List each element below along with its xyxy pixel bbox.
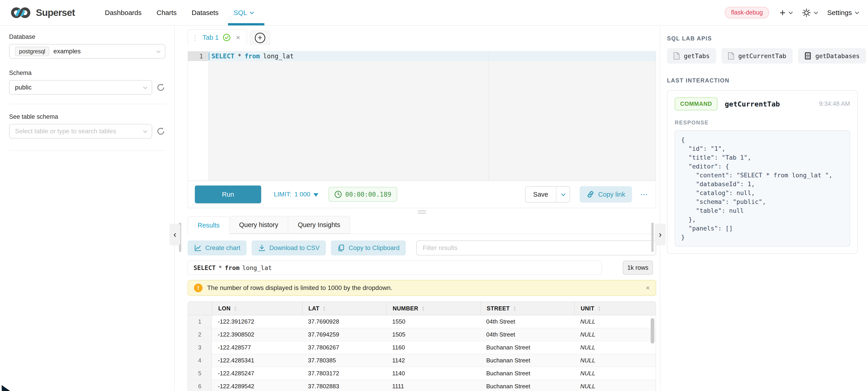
editor-tab-title: Tab 1: [203, 34, 219, 41]
table-row[interactable]: 4 -122.4285341 37.780385 1142 Buchanan S…: [188, 354, 656, 367]
sort-icon[interactable]: ▲▼: [322, 305, 326, 311]
nav-datasets[interactable]: Datasets: [192, 9, 218, 17]
table-row[interactable]: 3 -122.428577 37.7806267 1160 Buchanan S…: [188, 341, 656, 354]
superset-logo[interactable]: Superset: [10, 6, 75, 19]
database-select[interactable]: postgresql examples: [9, 44, 165, 59]
query-preview: SELECT * from long_lat: [188, 260, 602, 275]
settings-menu[interactable]: Settings: [827, 9, 858, 17]
collapse-sidebar-button[interactable]: ‹: [169, 224, 180, 246]
warning-icon: !: [194, 284, 203, 292]
copy-clipboard-label: Copy to Clipboard: [349, 244, 400, 252]
document-icon: [673, 52, 680, 60]
download-csv-button[interactable]: Download to CSV: [252, 240, 326, 255]
theme-toggle-button[interactable]: [802, 8, 817, 17]
cell-unit: NULL: [575, 328, 656, 341]
document-icon: [728, 52, 734, 60]
api-button-label: getDatabases: [815, 53, 860, 60]
close-tab-icon[interactable]: ×: [236, 33, 240, 42]
column-header-unit[interactable]: UNIT ▲▼: [575, 302, 656, 315]
navbar: Superset Dashboards Charts Datasets SQL …: [0, 0, 868, 26]
cell-lon: -122.3908502: [212, 328, 302, 341]
api-button-label: getTabs: [684, 53, 710, 60]
row-number: 1: [188, 315, 212, 328]
cell-number: 1142: [386, 354, 480, 367]
command-name: getCurrentTab: [725, 100, 780, 108]
refresh-tables-icon[interactable]: [156, 127, 165, 136]
api-button-label: getCurrentTab: [738, 53, 786, 60]
column-header-lat[interactable]: LAT ▲▼: [302, 302, 386, 315]
cell-street: 04th Street: [480, 315, 575, 328]
editor-gutter: 1: [188, 52, 208, 181]
drag-handle-icon[interactable]: ⋮: [192, 34, 198, 41]
editor-code-area[interactable]: SELECT * from long_lat: [208, 52, 656, 181]
refresh-schema-icon[interactable]: [156, 83, 165, 92]
pane-resize-handle[interactable]: [188, 208, 656, 216]
sql-code-editor[interactable]: 1 SELECT * from long_lat: [188, 52, 656, 181]
cell-lat: 37.7806267: [302, 341, 386, 354]
close-warning-icon[interactable]: ×: [646, 284, 650, 292]
tab-query-history[interactable]: Query history: [229, 216, 288, 234]
nav-sql-label: SQL: [234, 0, 247, 26]
sort-icon[interactable]: ▲▼: [422, 305, 425, 311]
nav-sql[interactable]: SQL: [234, 0, 253, 26]
limit-dropdown[interactable]: LIMIT: 1 000: [274, 191, 318, 198]
copy-link-button[interactable]: Copy link: [580, 186, 632, 202]
filter-results-input[interactable]: [416, 240, 656, 255]
database-engine-tag: postgresql: [15, 47, 49, 56]
more-options-icon[interactable]: ⋯: [640, 190, 649, 199]
tab-query-insights[interactable]: Query Insights: [288, 216, 350, 234]
cell-lon: -122.428577: [212, 341, 302, 354]
chevron-down-icon: [788, 10, 793, 14]
run-query-button[interactable]: Run: [195, 186, 261, 203]
column-header-number[interactable]: NUMBER ▲▼: [386, 302, 480, 315]
table-vertical-scrollbar[interactable]: [651, 318, 654, 344]
table-select[interactable]: Select table or type to search tables: [9, 124, 152, 138]
row-number: 2: [188, 328, 212, 341]
new-item-button[interactable]: +: [780, 8, 792, 17]
plus-icon: +: [780, 8, 785, 17]
editor-tab-1[interactable]: ⋮ Tab 1 ×: [188, 29, 247, 45]
row-number: 4: [188, 354, 212, 367]
table-row[interactable]: 5 -122.4285247 37.7803172 1140 Buchanan …: [188, 367, 656, 380]
schema-select[interactable]: public: [9, 80, 152, 95]
save-query-button[interactable]: Save: [525, 186, 570, 202]
text-cursor: [209, 53, 210, 60]
new-tab-button[interactable]: +: [250, 30, 270, 45]
table-row[interactable]: 2 -122.3908502 37.7694259 1505 04th Stre…: [188, 328, 656, 341]
gettabs-button[interactable]: getTabs: [667, 48, 716, 64]
sql-keyword: from: [245, 52, 260, 61]
pane-scrollbar[interactable]: [651, 223, 654, 252]
nav-charts[interactable]: Charts: [157, 9, 177, 17]
nav-dashboards[interactable]: Dashboards: [105, 9, 142, 17]
cell-unit: NULL: [575, 341, 656, 354]
sidebar-divider: [9, 104, 165, 104]
settings-label: Settings: [827, 9, 852, 17]
corner-cell: [188, 302, 212, 315]
sort-icon[interactable]: ▲▼: [234, 305, 237, 311]
print-margin-line: [489, 52, 489, 181]
save-dropdown-toggle[interactable]: [556, 187, 569, 202]
infinity-logo-icon: [10, 6, 32, 19]
table-schema-label: See table schema: [9, 113, 165, 120]
tab-results[interactable]: Results: [188, 217, 229, 234]
getcurrenttab-button[interactable]: getCurrentTab: [721, 48, 793, 64]
row-number: 3: [188, 341, 212, 354]
table-row[interactable]: 6 -122.4289542 37.7802883 1111 Buchanan …: [188, 380, 656, 391]
sidebar-divider: [9, 150, 165, 151]
copy-clipboard-button[interactable]: Copy to Clipboard: [331, 240, 406, 255]
create-chart-button[interactable]: Create chart: [188, 240, 247, 255]
save-label: Save: [526, 187, 556, 202]
sql-editor-card: 1 SELECT * from long_lat Run LIMIT:: [188, 51, 656, 208]
sql-lab-api-panel: SQL LAB APIS getTabs getCurrentTab: [660, 26, 868, 391]
getdatabases-button[interactable]: getDatabases: [798, 48, 866, 64]
column-header-street[interactable]: STREET ▲▼: [480, 302, 575, 315]
chart-icon: [194, 244, 202, 252]
expand-panel-button[interactable]: ›: [655, 224, 665, 246]
cell-lat: 37.7802883: [302, 380, 386, 391]
sort-icon[interactable]: ▲▼: [513, 305, 517, 311]
database-value: examples: [53, 48, 156, 55]
line-number: 1: [188, 52, 208, 61]
table-row[interactable]: 1 -122.3912672 37.7690928 1550 04th Stre…: [188, 315, 656, 328]
column-header-lon[interactable]: LON ▲▼: [212, 302, 302, 315]
sort-icon[interactable]: ▲▼: [597, 305, 601, 311]
